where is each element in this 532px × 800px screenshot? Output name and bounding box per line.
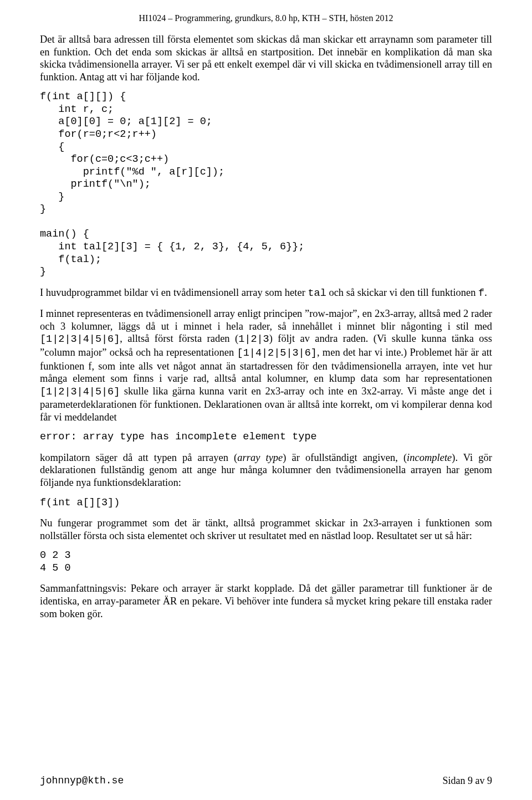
page-footer: johnnyp@kth.se Sidan 9 av 9	[40, 775, 492, 787]
p3-text-a: I minnet representeras en tvådimensionel…	[40, 308, 492, 332]
page: HI1024 – Programmering, grundkurs, 8.0 h…	[0, 0, 532, 800]
paragraph-2: I huvudprogrammet bildar vi en tvådimens…	[40, 286, 492, 300]
inline-code-seq4: [1|2|3|4|5|6]	[40, 386, 120, 398]
italic-incomplete: incomplete	[407, 452, 452, 463]
code-block-1: f(int a[][]) { int r, c; a[0][0] = 0; a[…	[40, 91, 492, 278]
italic-arraytype: array type	[237, 452, 283, 463]
inline-code-tal: tal	[308, 288, 326, 299]
p4-text-b: ) är ofullständigt angiven, (	[283, 452, 407, 463]
output-block: 0 2 3 4 5 0	[40, 550, 492, 575]
p4-text-a: kompilatorn säger då att typen på arraye…	[40, 452, 237, 463]
paragraph-5: Nu fungerar programmet som det är tänkt,…	[40, 517, 492, 542]
code-block-3: f(int a[][3])	[40, 497, 492, 510]
inline-code-f: f	[478, 288, 484, 299]
p2-text-b: och så skickar vi den till funktionen	[326, 287, 478, 298]
inline-code-seq1: [1|2|3|4|5|6]	[40, 334, 120, 345]
inline-code-seq3: [1|4|2|5|3|6]	[237, 347, 317, 359]
paragraph-6: Sammanfattningsvis: Pekare och arrayer ä…	[40, 582, 492, 620]
footer-page-number: Sidan 9 av 9	[443, 775, 493, 787]
p2-text-c: .	[484, 287, 487, 298]
code-block-2: error: array type has incomplete element…	[40, 431, 492, 444]
inline-code-seq2: 1|2|3	[238, 334, 269, 345]
page-header: HI1024 – Programmering, grundkurs, 8.0 h…	[40, 13, 492, 23]
p3-text-b: , alltså först första raden (	[120, 333, 238, 344]
p2-text-a: I huvudprogrammet bildar vi en tvådimens…	[40, 287, 308, 298]
paragraph-3: I minnet representeras en tvådimensionel…	[40, 307, 492, 423]
paragraph-4: kompilatorn säger då att typen på arraye…	[40, 452, 492, 489]
footer-email: johnnyp@kth.se	[40, 775, 124, 787]
paragraph-1: Det är alltså bara adressen till första …	[40, 33, 492, 83]
